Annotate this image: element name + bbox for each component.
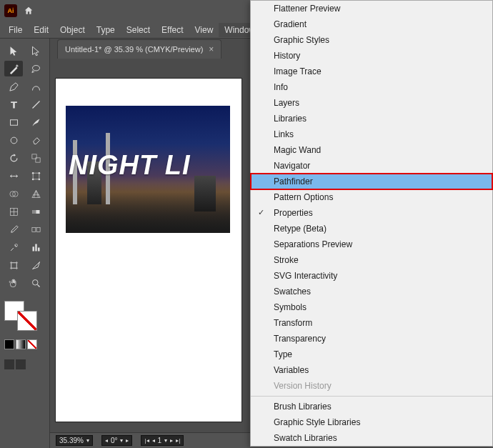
zoom-tool[interactable] <box>26 275 45 291</box>
menu-item-transform[interactable]: Transform <box>251 315 492 331</box>
placed-image[interactable]: NIGHT LI <box>66 106 230 233</box>
svg-point-8 <box>38 178 40 180</box>
color-swatches[interactable] <box>1 301 48 331</box>
menu-item-graphic-style-libraries[interactable]: Graphic Style Libraries <box>251 414 492 430</box>
menu-view[interactable]: View <box>189 23 219 37</box>
svg-rect-4 <box>33 173 39 179</box>
rotate-select[interactable]: ◂0°▾▸ <box>101 435 133 446</box>
draw-mode-behind[interactable] <box>16 359 26 369</box>
menu-effect[interactable]: Effect <box>156 23 189 37</box>
artboard-tool[interactable] <box>4 257 23 273</box>
shape-builder-tool[interactable] <box>4 186 23 201</box>
artwork-text: NIGHT LI <box>69 150 230 181</box>
svg-rect-15 <box>36 227 40 232</box>
menu-item-libraries[interactable]: Libraries <box>251 111 492 126</box>
toolbox <box>0 39 50 448</box>
direct-selection-tool[interactable] <box>26 43 45 59</box>
eyedropper-tool[interactable] <box>4 221 23 237</box>
menu-file[interactable]: File <box>3 23 28 37</box>
menu-item-swatches[interactable]: Swatches <box>251 284 492 299</box>
menu-item-image-trace[interactable]: Image Trace <box>251 64 492 79</box>
blend-tool[interactable] <box>26 221 45 237</box>
document-tab[interactable]: Untitled-1* @ 35.39 % (CMYK/Preview) × <box>57 39 221 59</box>
menu-item-separations-preview[interactable]: Separations Preview <box>251 237 492 252</box>
menu-item-flattener-preview[interactable]: Flattener Preview <box>251 1 492 16</box>
width-tool[interactable] <box>4 168 23 184</box>
menu-item-layers[interactable]: Layers <box>251 95 492 111</box>
menu-edit[interactable]: Edit <box>28 23 54 37</box>
menu-type[interactable]: Type <box>91 23 121 37</box>
svg-rect-0 <box>10 119 17 125</box>
menu-object[interactable]: Object <box>54 23 91 37</box>
rotate-tool[interactable] <box>4 150 23 166</box>
zoom-select[interactable]: 35.39%▾ <box>56 435 93 446</box>
menu-item-properties[interactable]: Properties <box>251 205 492 221</box>
gradient-tool[interactable] <box>26 204 45 219</box>
menu-item-history[interactable]: History <box>251 48 492 64</box>
svg-point-5 <box>31 171 34 174</box>
app-logo: Ai <box>4 4 17 17</box>
svg-point-7 <box>31 178 34 180</box>
curvature-tool[interactable] <box>26 79 45 94</box>
menu-item-transparency[interactable]: Transparency <box>251 331 492 347</box>
tab-close-icon[interactable]: × <box>209 44 214 54</box>
window-dropdown-menu: Flattener PreviewGradientGraphic StylesH… <box>250 0 493 447</box>
shaper-tool[interactable] <box>4 132 23 148</box>
lasso-tool[interactable] <box>26 61 45 76</box>
menu-select[interactable]: Select <box>121 23 156 37</box>
menu-item-symbols[interactable]: Symbols <box>251 299 492 315</box>
pen-tool[interactable] <box>4 79 23 94</box>
menu-item-info[interactable]: Info <box>251 79 492 95</box>
svg-point-1 <box>11 137 17 144</box>
svg-rect-14 <box>31 227 35 232</box>
menu-item-retype-beta-[interactable]: Retype (Beta) <box>251 221 492 237</box>
tab-title: Untitled-1* @ 35.39 % (CMYK/Preview) <box>65 45 203 54</box>
hand-tool[interactable] <box>4 275 23 291</box>
menu-item-variables[interactable]: Variables <box>251 362 492 378</box>
menu-item-swatch-libraries[interactable]: Swatch Libraries <box>251 430 492 446</box>
symbol-sprayer-tool[interactable] <box>4 239 23 255</box>
svg-rect-17 <box>11 262 16 268</box>
menu-item-pattern-options[interactable]: Pattern Options <box>251 189 492 205</box>
menu-item-type[interactable]: Type <box>251 347 492 362</box>
type-tool[interactable] <box>4 96 23 112</box>
mesh-tool[interactable] <box>4 204 23 219</box>
home-button[interactable] <box>20 2 37 19</box>
menu-item-svg-interactivity[interactable]: SVG Interactivity <box>251 268 492 284</box>
menu-item-magic-wand[interactable]: Magic Wand <box>251 142 492 158</box>
mini-swatch-gradient[interactable] <box>16 339 26 349</box>
menu-item-gradient[interactable]: Gradient <box>251 16 492 32</box>
slice-tool[interactable] <box>26 257 45 273</box>
magic-wand-tool[interactable] <box>4 61 23 76</box>
menu-item-graphic-styles[interactable]: Graphic Styles <box>251 32 492 48</box>
free-transform-tool[interactable] <box>26 168 45 184</box>
mini-swatch-none[interactable] <box>27 339 37 349</box>
artboard-nav[interactable]: |◂◂1▾▸▸| <box>141 435 184 446</box>
svg-point-18 <box>32 279 38 285</box>
draw-mode-normal[interactable] <box>4 359 14 369</box>
column-graph-tool[interactable] <box>26 239 45 255</box>
menu-item-pathfinder[interactable]: Pathfinder <box>251 174 492 189</box>
menu-item-navigator[interactable]: Navigator <box>251 158 492 174</box>
menu-item-stroke[interactable]: Stroke <box>251 252 492 268</box>
svg-point-6 <box>38 171 40 174</box>
selection-tool[interactable] <box>4 43 23 59</box>
menu-item-links[interactable]: Links <box>251 126 492 142</box>
canvas-artboard[interactable]: NIGHT LI <box>56 79 241 422</box>
menu-item-version-history: Version History <box>251 378 492 394</box>
scale-tool[interactable] <box>26 150 45 166</box>
menu-item-brush-libraries[interactable]: Brush Libraries <box>251 399 492 414</box>
mini-swatch-color[interactable] <box>4 339 14 349</box>
menu-separator <box>251 396 492 397</box>
rectangle-tool[interactable] <box>4 114 23 130</box>
line-tool[interactable] <box>26 96 45 112</box>
stroke-swatch[interactable] <box>17 311 37 331</box>
paintbrush-tool[interactable] <box>26 114 45 130</box>
svg-rect-13 <box>32 210 36 214</box>
perspective-grid-tool[interactable] <box>26 186 45 201</box>
eraser-tool[interactable] <box>26 132 45 148</box>
